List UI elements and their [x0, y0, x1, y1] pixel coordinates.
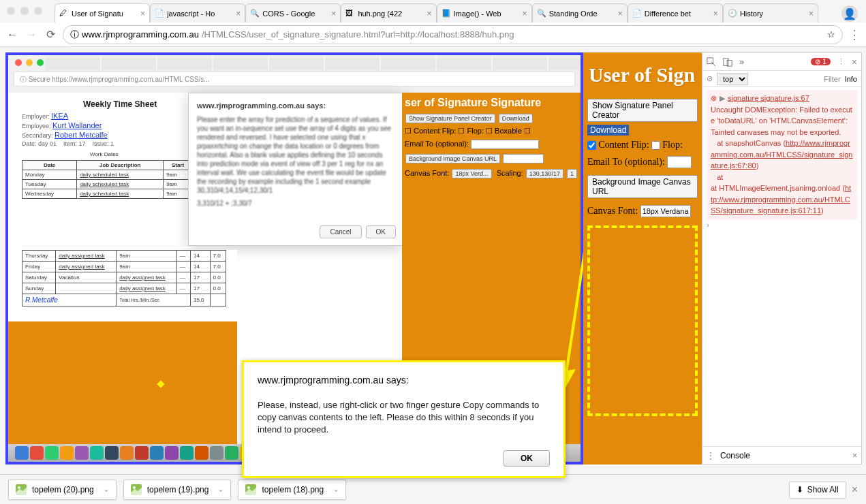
browser-menu-icon[interactable]: ⋮ — [848, 27, 861, 42]
dock-item-icon — [45, 446, 59, 460]
download-item[interactable]: topelem (20).png ⌄ — [8, 479, 117, 500]
bg-image-url-button[interactable]: Background Image Canvas URL — [587, 175, 698, 198]
device-toggle-icon[interactable] — [723, 57, 732, 67]
content-flip-label: Content Flip: — [598, 140, 649, 150]
inspect-icon[interactable] — [707, 57, 716, 67]
forward-button[interactable]: → — [25, 28, 38, 42]
favicon-icon: 🖼 — [345, 9, 355, 18]
download-filename: topelem (18).png — [262, 485, 324, 494]
employer-link: IKEA — [51, 112, 68, 120]
console-prompt[interactable]: › — [707, 221, 857, 229]
tab-label: User of Signatu — [72, 10, 123, 18]
tab-label: History — [740, 10, 763, 18]
timesheet-table-lower: Thursdaydaily assigned task9am—147.0 Fri… — [22, 250, 226, 306]
close-tab-icon[interactable]: × — [618, 9, 623, 18]
close-tab-icon[interactable]: × — [236, 9, 241, 18]
downloads-bar: topelem (20).png ⌄ topelem (19).png ⌄ to… — [0, 474, 866, 504]
favicon-icon: 📄 — [155, 9, 164, 18]
canvas-font-label: Canvas Font: — [587, 206, 638, 216]
tab-standing-order[interactable]: 🔍Standing Orde× — [532, 3, 628, 22]
close-window-icon[interactable] — [7, 7, 15, 15]
expand-icon[interactable]: ▶ — [720, 94, 725, 102]
inner-alert: www.rjmprogramming.com.au says: Please e… — [188, 93, 403, 246]
new-tab-button[interactable] — [818, 3, 832, 22]
inner-alert-text: Please enter the array for prediction of… — [197, 115, 395, 195]
left-orange-canvas — [8, 321, 237, 444]
tab-cors-google[interactable]: 🔍CORS - Google× — [245, 3, 341, 22]
alert-ok-button[interactable]: OK — [504, 450, 550, 467]
dock-item-icon — [60, 446, 74, 460]
info-icon[interactable]: ⓘ — [70, 29, 79, 41]
employee-link: Kurt Wallander — [52, 121, 102, 129]
tab-javascript[interactable]: 📄javascript - Ho× — [150, 3, 245, 22]
canvas-dropzone[interactable] — [587, 225, 698, 416]
maximize-window-icon[interactable] — [34, 7, 42, 15]
tab-image-web[interactable]: 📘Image() - Web× — [437, 3, 532, 22]
context-select[interactable]: top — [717, 73, 748, 85]
error-stack-line: at snapshotCanvas ( — [717, 139, 786, 147]
download-link[interactable]: Download — [587, 125, 629, 136]
favicon-icon: 📄 — [632, 9, 642, 18]
clear-console-icon[interactable]: ⊘ — [707, 74, 713, 83]
drawer-close-icon[interactable]: × — [852, 451, 857, 460]
table-row: Thursdaydaily assigned task9am—147.0 — [22, 251, 226, 262]
url-host: www.rjmprogramming.com.au — [82, 29, 199, 40]
devtools-close-icon[interactable]: × — [852, 57, 857, 67]
tab-label: Standing Orde — [549, 10, 598, 18]
filter-label[interactable]: Filter — [824, 75, 840, 83]
minimize-window-icon[interactable] — [20, 7, 29, 15]
email-input[interactable] — [667, 156, 692, 168]
reload-button[interactable]: ⟳ — [44, 28, 57, 42]
back-button[interactable]: ← — [5, 28, 19, 42]
error-source-link[interactable]: signature signature.js:67 — [728, 94, 809, 102]
error-count-badge[interactable]: ⊘ 1 — [811, 58, 830, 65]
show-signature-panel-button[interactable]: Show Signature Panel Creator — [587, 99, 698, 122]
canvas-font-input[interactable] — [640, 205, 691, 217]
close-downloads-bar-icon[interactable]: × — [852, 484, 858, 496]
tab-user-of-signature[interactable]: 🖊User of Signatu× — [55, 3, 150, 22]
download-menu-icon[interactable]: ⌄ — [218, 486, 223, 493]
download-item[interactable]: topelem (18).png ⌄ — [238, 479, 346, 500]
inner-url-blur: ⓘ Secure https://www.rjmprogramming.com.… — [14, 72, 575, 86]
drawer-menu-icon[interactable]: ⋮ — [707, 451, 715, 460]
close-tab-icon[interactable]: × — [140, 9, 145, 18]
console-tab[interactable]: Console — [720, 451, 750, 460]
close-tab-icon[interactable]: × — [427, 9, 431, 18]
image-file-icon — [16, 484, 27, 495]
close-tab-icon[interactable]: × — [809, 9, 814, 18]
close-tab-icon[interactable]: × — [331, 9, 336, 18]
inner-browser-chrome: ⓘ Secure https://www.rjmprogramming.com.… — [8, 55, 581, 93]
inner-alert-text2: 3,310/12 + ;3,30/7 — [197, 199, 395, 208]
bookmark-star-icon[interactable]: ☆ — [827, 29, 835, 40]
download-arrow-icon: ⬇ — [797, 485, 803, 494]
tab-difference[interactable]: 📄Difference bet× — [628, 3, 723, 22]
alert-title: www.rjmprogramming.com.au says: — [258, 375, 550, 385]
js-alert-dialog: www.rjmprogramming.com.au says: Please, … — [242, 360, 566, 478]
devtools-tabs-overflow-icon[interactable]: » — [739, 57, 744, 67]
svg-rect-3 — [724, 58, 728, 65]
tab-huh-png[interactable]: 🖼huh.png (422× — [341, 3, 436, 22]
console-error: ⊗▶signature signature.js:67 Uncaught DOM… — [707, 90, 857, 219]
table-row: Sundaydaily assigned task—170.0 — [22, 283, 226, 294]
flop-checkbox[interactable] — [651, 141, 660, 150]
error-message: Uncaught DOMException: Failed to execute… — [711, 106, 852, 136]
show-all-downloads-button[interactable]: ⬇ Show All — [789, 481, 846, 499]
svg-point-10 — [247, 486, 250, 489]
download-menu-icon[interactable]: ⌄ — [104, 486, 109, 493]
error-stack-line: at HTMLImageElement.jsanimg.onload ( — [711, 184, 845, 192]
devtools-menu-icon[interactable]: ⋮ — [837, 57, 845, 66]
favicon-icon: 🖊 — [59, 9, 69, 18]
close-tab-icon[interactable]: × — [523, 9, 527, 18]
close-tab-icon[interactable]: × — [713, 9, 718, 18]
download-menu-icon[interactable]: ⌄ — [333, 486, 339, 493]
inner-max-icon — [37, 59, 44, 66]
content-flip-checkbox[interactable] — [587, 141, 596, 150]
tab-history[interactable]: 🕘History× — [723, 3, 818, 22]
dock-item-icon — [120, 446, 134, 460]
profile-icon[interactable]: 👤 — [841, 5, 858, 22]
url-input[interactable]: ⓘ www.rjmprogramming.com.au/HTMLCSS/user… — [63, 25, 843, 44]
loglevel-label[interactable]: Info — [845, 75, 857, 83]
download-item[interactable]: topelem (19).png ⌄ — [123, 479, 232, 500]
console-output: ⊗▶signature signature.js:67 Uncaught DOM… — [702, 87, 861, 446]
yellow-dot-icon — [157, 380, 164, 388]
